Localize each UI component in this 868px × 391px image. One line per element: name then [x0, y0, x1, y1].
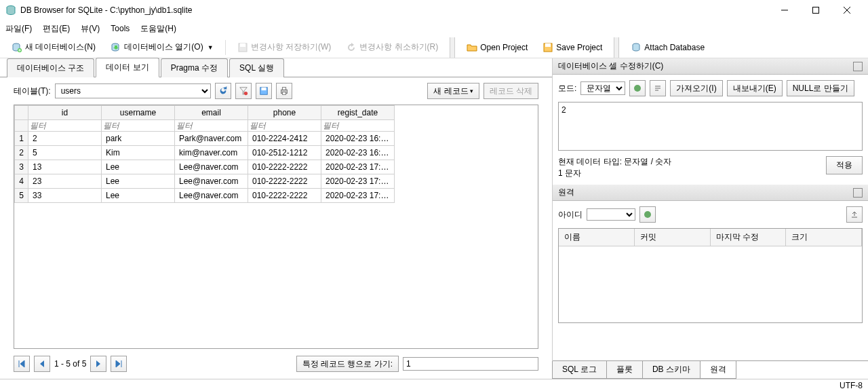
mode-select[interactable]: 문자열: [580, 81, 625, 95]
maximize-button[interactable]: [800, 0, 831, 20]
cell-editor-header: 데이터베이스 셀 수정하기(C): [553, 58, 868, 75]
print-button[interactable]: [276, 83, 292, 99]
menu-view[interactable]: 뷰(V): [81, 23, 100, 35]
first-page-button[interactable]: [14, 356, 30, 372]
remote-col-size[interactable]: 크기: [786, 229, 862, 246]
last-page-button[interactable]: [111, 356, 127, 372]
svg-rect-13: [545, 43, 551, 47]
tab-structure[interactable]: 데이터베이스 구조: [7, 58, 94, 77]
folder-open-icon: [467, 42, 477, 53]
save-changes-button[interactable]: 변경사항 저장하기(W): [231, 38, 338, 56]
close-button[interactable]: [831, 0, 863, 20]
svg-rect-2: [813, 7, 819, 14]
main-toolbar: 새 데이터베이스(N) 데이터베이스 열기(O) ▼ 변경사항 저장하기(W) …: [0, 37, 868, 58]
filter-email[interactable]: [175, 120, 248, 131]
refresh-button[interactable]: [215, 83, 231, 99]
goto-row-input[interactable]: [403, 357, 538, 371]
char-count: 1 문자: [558, 168, 671, 179]
format-button[interactable]: [629, 80, 646, 96]
table-row[interactable]: 5 33 Lee Lee@naver.com 010-2222-2222 202…: [15, 189, 395, 203]
separator-big: [450, 37, 455, 58]
export-button[interactable]: 내보내기(E): [727, 80, 783, 96]
goto-row-button[interactable]: 특정 레코드 행으로 가기:: [296, 356, 399, 372]
tab-schema[interactable]: DB 스키마: [642, 361, 701, 379]
window-title: DB Browser for SQLite - C:\python_jy\db1…: [20, 5, 769, 15]
menu-help[interactable]: 도움말(H): [140, 23, 176, 35]
apply-button[interactable]: 적용: [826, 156, 863, 174]
chevron-down-icon: ▼: [208, 44, 214, 51]
tab-plot[interactable]: 플롯: [606, 361, 643, 379]
table-row[interactable]: 3 13 Lee Lee@naver.com 010-2222-2222 202…: [15, 160, 395, 174]
undock-icon[interactable]: [853, 62, 863, 71]
next-page-button[interactable]: [90, 356, 106, 372]
db-open-icon: [111, 42, 121, 53]
menubar: 파일(F) 편집(E) 뷰(V) Tools 도움말(H): [0, 20, 868, 37]
svg-rect-19: [282, 88, 285, 90]
svg-point-21: [634, 85, 641, 92]
db-attach-icon: [631, 42, 642, 53]
remote-push-button[interactable]: [846, 206, 863, 223]
prev-page-button[interactable]: [34, 356, 50, 372]
save-project-icon: [542, 42, 553, 53]
col-username-header[interactable]: username: [102, 106, 175, 120]
menu-file[interactable]: 파일(F): [5, 23, 32, 35]
table-row[interactable]: 1 2 park Park@naver.com 010-2224-2412 20…: [15, 132, 395, 146]
titlebar: DB Browser for SQLite - C:\python_jy\db1…: [0, 0, 868, 20]
save-table-button[interactable]: [256, 83, 272, 99]
table-row[interactable]: 2 5 Kim kim@naver.com 010-2512-1212 2020…: [15, 146, 395, 160]
menu-edit[interactable]: 편집(E): [43, 23, 70, 35]
data-table[interactable]: id username email phone regist_date: [14, 105, 538, 349]
tab-sql-log[interactable]: SQL 로그: [552, 361, 607, 379]
table-select[interactable]: users: [55, 83, 211, 98]
table-row[interactable]: 4 23 Lee Lee@naver.com 010-2222-2222 202…: [15, 174, 395, 189]
tab-remote[interactable]: 원격: [700, 361, 736, 379]
remote-col-lastmod[interactable]: 마지막 수정: [711, 229, 787, 246]
import-button[interactable]: 가져오기(I): [670, 80, 722, 96]
delete-record-button[interactable]: 레코드 삭제: [484, 83, 538, 99]
set-null-button[interactable]: NULL로 만들기: [787, 80, 854, 96]
svg-rect-20: [282, 92, 285, 95]
tab-browse[interactable]: 데이터 보기: [96, 58, 159, 77]
remote-col-name[interactable]: 이름: [559, 229, 635, 246]
remote-col-commit[interactable]: 커밋: [635, 229, 711, 246]
attach-database-button[interactable]: Attach Database: [625, 39, 711, 56]
db-new-icon: [12, 42, 22, 53]
open-database-button[interactable]: 데이터베이스 열기(O) ▼: [104, 38, 220, 56]
svg-rect-17: [261, 88, 266, 90]
save-project-button[interactable]: Save Project: [536, 39, 608, 56]
separator-big: [614, 37, 619, 58]
minimize-button[interactable]: [769, 0, 800, 20]
app-icon: [5, 5, 16, 16]
remote-id-select[interactable]: [587, 208, 635, 221]
table-label: 테이블(T):: [14, 86, 51, 97]
bottom-tabs: SQL 로그 플롯 DB 스키마 원격: [553, 360, 868, 379]
pager-status: 1 - 5 of 5: [54, 359, 86, 369]
new-record-button[interactable]: 새 레코드▾: [427, 83, 479, 99]
save-icon: [237, 42, 248, 53]
menu-tools[interactable]: Tools: [111, 24, 130, 33]
svg-point-15: [244, 92, 248, 95]
revert-changes-button[interactable]: 변경사항 취소하기(R): [340, 38, 444, 56]
filter-phone[interactable]: [248, 120, 321, 131]
col-id-header[interactable]: id: [28, 106, 102, 120]
wrap-button[interactable]: [650, 80, 666, 96]
tab-sql[interactable]: SQL 실행: [229, 58, 284, 77]
filter-username[interactable]: [102, 120, 174, 131]
undock-icon[interactable]: [853, 188, 863, 198]
new-database-button[interactable]: 새 데이터베이스(N): [5, 38, 102, 56]
col-email-header[interactable]: email: [175, 106, 248, 120]
cell-value-editor[interactable]: 2: [558, 102, 863, 151]
separator: [225, 40, 226, 55]
tab-pragma[interactable]: Pragma 수정: [161, 58, 228, 77]
col-phone-header[interactable]: phone: [248, 106, 321, 120]
filter-id[interactable]: [28, 120, 101, 131]
col-date-header[interactable]: regist_date: [321, 106, 395, 120]
remote-table[interactable]: 이름 커밋 마지막 수정 크기: [558, 228, 863, 323]
remote-panel-header: 원격: [553, 185, 868, 201]
clear-filter-button[interactable]: [235, 83, 252, 99]
open-project-button[interactable]: Open Project: [460, 39, 534, 56]
remote-refresh-button[interactable]: [639, 206, 656, 223]
svg-point-22: [644, 211, 651, 218]
filter-date[interactable]: [321, 120, 394, 131]
rownum-header: [15, 106, 28, 120]
